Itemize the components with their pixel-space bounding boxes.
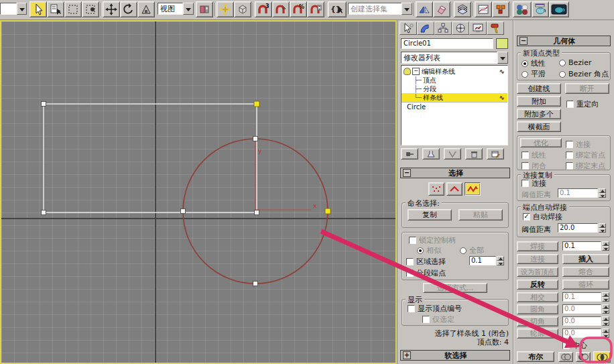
insert-button[interactable]: 插入 bbox=[562, 254, 609, 264]
quick-render-button[interactable] bbox=[549, 1, 569, 17]
modifier-stack-list[interactable]: − 编辑样条线 ∿ ├─顶点 ├─分段 └─样条线∿ Circle bbox=[401, 65, 508, 145]
lightbulb-icon[interactable] bbox=[404, 68, 411, 75]
connect-button[interactable]: 连接 bbox=[517, 254, 558, 264]
fillet-spinner[interactable]: 0.0 bbox=[562, 304, 609, 314]
vertex-circle-bottom[interactable] bbox=[253, 282, 258, 286]
material-editor-button[interactable] bbox=[513, 1, 532, 17]
object-name-field[interactable]: Circle01 bbox=[401, 38, 493, 49]
outline-button[interactable]: 轮廓 bbox=[517, 328, 558, 339]
snap-toggle-3d-button[interactable]: 3 bbox=[255, 1, 272, 17]
center-checkbox[interactable]: 中心 bbox=[562, 341, 587, 351]
vertex-circle-left[interactable] bbox=[181, 209, 186, 214]
first-vertex-markers[interactable] bbox=[254, 101, 330, 214]
make-first-button[interactable]: 设为首顶点 bbox=[517, 267, 558, 277]
modifier-list-dropdown[interactable]: 修改器列表 bbox=[401, 52, 508, 64]
smooth-radio[interactable]: 平滑 bbox=[521, 69, 546, 79]
weld-threshold-spinner[interactable]: 0.1 bbox=[562, 241, 609, 251]
boolean-button[interactable]: 布尔 bbox=[517, 351, 554, 362]
fuse-button[interactable]: 熔合 bbox=[562, 267, 609, 277]
select-and-rotate-button[interactable] bbox=[120, 1, 137, 17]
select-and-manipulate-button[interactable] bbox=[217, 1, 234, 17]
schematic-view-button[interactable] bbox=[492, 1, 509, 17]
tab-display[interactable] bbox=[469, 21, 487, 35]
stack-item-segment[interactable]: ├─分段 bbox=[402, 84, 507, 93]
segment-sub-object-button[interactable] bbox=[446, 182, 463, 196]
vertex-rect-bottom-right[interactable] bbox=[255, 210, 259, 215]
lock-handles-checkbox[interactable]: 锁定控制柄 bbox=[409, 235, 456, 245]
segment-end-checkbox[interactable]: 分段端点 bbox=[406, 268, 446, 278]
area-selection-checkbox[interactable]: 区域选择 bbox=[406, 257, 446, 267]
align-button[interactable] bbox=[433, 1, 450, 17]
angle-snap-button[interactable] bbox=[272, 1, 290, 17]
cross-section-button[interactable]: 横截面 bbox=[517, 121, 561, 132]
tab-modify[interactable] bbox=[417, 21, 434, 35]
top-viewport[interactable]: x y bbox=[0, 20, 397, 364]
soft-selection-rollout-header[interactable]: + 软选择 bbox=[400, 350, 510, 361]
tab-utilities[interactable] bbox=[487, 21, 504, 35]
select-and-scale-button[interactable] bbox=[137, 1, 155, 17]
connect-copy-threshold-spinner[interactable]: 0.1 bbox=[558, 188, 606, 198]
spinner-snap-button[interactable] bbox=[307, 1, 324, 17]
boolean-union-button[interactable] bbox=[558, 352, 573, 362]
select-object-button[interactable] bbox=[29, 1, 47, 17]
stack-item-vertex[interactable]: ├─顶点 bbox=[402, 76, 507, 84]
object-color-swatch[interactable] bbox=[496, 38, 508, 49]
auto-weld-threshold-spinner[interactable]: 20.0 bbox=[558, 223, 606, 233]
boolean-subtract-button[interactable] bbox=[576, 352, 591, 362]
closed-checkbox[interactable]: 闭合 bbox=[521, 161, 546, 171]
outline-spinner[interactable]: 0.0 bbox=[562, 328, 609, 338]
remove-modifier-button[interactable] bbox=[465, 148, 483, 160]
bind-first-checkbox[interactable]: 绑定首点 bbox=[566, 150, 605, 160]
named-selection-sets-button[interactable]: {} bbox=[328, 1, 347, 17]
tab-create[interactable] bbox=[400, 21, 417, 35]
linear-checkbox[interactable]: 线性 bbox=[521, 150, 546, 160]
mirror-button[interactable] bbox=[416, 1, 433, 17]
select-and-move-button[interactable] bbox=[103, 1, 120, 17]
tab-hierarchy[interactable] bbox=[434, 21, 452, 35]
vertex-sub-object-button[interactable] bbox=[428, 182, 444, 196]
configure-modifier-sets-button[interactable] bbox=[487, 148, 504, 160]
curve-editor-button[interactable] bbox=[475, 1, 492, 17]
break-button[interactable]: 断开 bbox=[565, 83, 609, 94]
render-setup-button[interactable] bbox=[532, 1, 549, 17]
boolean-intersect-button[interactable] bbox=[593, 351, 611, 363]
reorient-checkbox[interactable]: 重定向 bbox=[566, 99, 599, 109]
all-radio[interactable]: 全部 bbox=[460, 245, 484, 255]
spline-sub-object-button-active[interactable] bbox=[465, 182, 481, 196]
chamfer-button[interactable]: 切角 bbox=[517, 316, 558, 326]
reference-coordinate-dropdown[interactable]: 视图 bbox=[158, 3, 194, 15]
stack-item-spline-selected[interactable]: └─样条线∿ bbox=[402, 93, 507, 102]
tab-motion[interactable] bbox=[452, 21, 469, 35]
vertex-circle-top[interactable] bbox=[253, 137, 258, 141]
connect-checkbox[interactable]: 连接 bbox=[566, 139, 591, 149]
chamfer-spinner[interactable]: 0.0 bbox=[562, 316, 609, 326]
layer-manager-button[interactable] bbox=[454, 1, 471, 17]
cross-insert-spinner[interactable]: 0.1 bbox=[562, 292, 609, 302]
rectangular-selection-region-button[interactable] bbox=[64, 1, 82, 17]
select-by-name-button[interactable] bbox=[47, 1, 64, 17]
stack-item-edit-spline[interactable]: − 编辑样条线 ∿ bbox=[402, 67, 507, 76]
selected-only-checkbox[interactable]: 仅选定 bbox=[422, 314, 454, 324]
keyboard-override-button[interactable] bbox=[234, 1, 251, 17]
percent-snap-button[interactable]: % bbox=[290, 1, 307, 17]
bezier-radio[interactable]: Bezier bbox=[559, 58, 591, 67]
vertex-markers[interactable] bbox=[42, 102, 259, 286]
copy-button[interactable]: 复制 bbox=[408, 209, 452, 221]
vertex-rect-top-left[interactable] bbox=[42, 102, 46, 107]
refine-button[interactable]: 优化 bbox=[520, 138, 562, 147]
select-by-button[interactable]: 选择方式... bbox=[423, 283, 487, 293]
show-end-result-button[interactable] bbox=[422, 148, 440, 160]
stack-item-base-object[interactable]: Circle bbox=[402, 102, 507, 111]
reverse-button[interactable]: 反转 bbox=[517, 280, 558, 290]
alike-radio[interactable]: 相似 bbox=[417, 245, 441, 255]
bezier-corner-radio[interactable]: Bezier 角点 bbox=[559, 69, 609, 79]
collapse-box-icon[interactable]: − bbox=[412, 68, 420, 75]
auto-weld-checkbox[interactable]: 自动焊接 bbox=[523, 212, 562, 222]
area-selection-spinner[interactable]: 0.1 bbox=[469, 256, 504, 265]
attach-button[interactable]: 附加 bbox=[517, 96, 561, 107]
selection-rollout-header[interactable]: − 选择 bbox=[400, 168, 510, 178]
weld-button[interactable]: 焊接 bbox=[517, 241, 558, 251]
make-unique-button[interactable] bbox=[444, 148, 461, 160]
fillet-button[interactable]: 圆角 bbox=[517, 304, 558, 314]
vertex-rect-bottom-left[interactable] bbox=[42, 210, 46, 215]
